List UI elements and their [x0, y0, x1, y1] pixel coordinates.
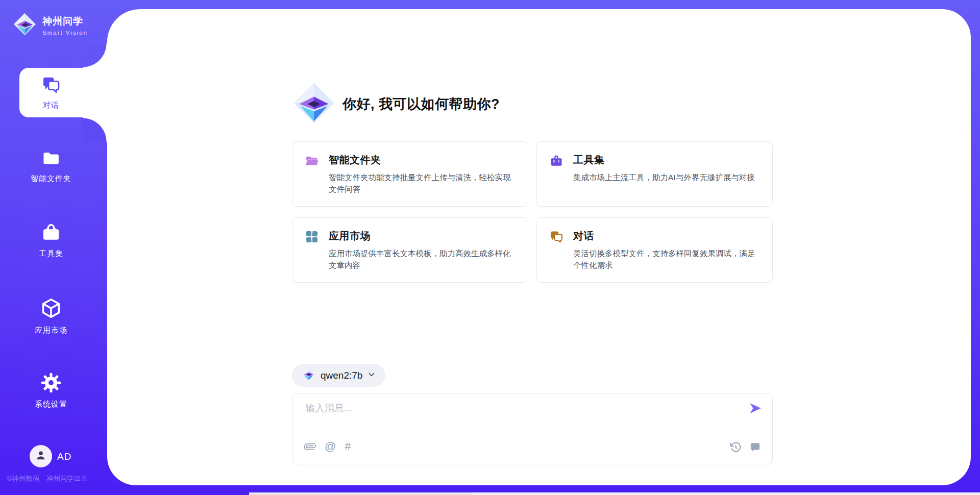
app-subtitle: Smart Vision [42, 30, 88, 36]
person-icon [34, 449, 47, 464]
sidebar-item-label: 应用市场 [35, 326, 67, 335]
chat-bubbles-icon [41, 75, 61, 96]
folder-icon [41, 148, 61, 170]
folder-open-icon [305, 153, 319, 195]
send-icon[interactable] [748, 401, 762, 415]
cube-icon [40, 297, 62, 321]
grid-icon [305, 229, 319, 271]
sidebar-footer: ©神州数码 · 神州问学出品 [7, 474, 104, 483]
sidebar-item-label: 智能文件夹 [31, 174, 71, 184]
message-composer[interactable]: 输入消息... @ # [292, 393, 773, 465]
card-smart-folder[interactable]: 智能文件夹 智能文件夹功能支持批量文件上传与清洗，轻松实现文件问答 [292, 141, 528, 207]
horizontal-scrollbar-thumb[interactable] [249, 492, 472, 495]
hash-icon[interactable]: # [345, 440, 351, 453]
model-selector[interactable]: qwen2:7b [292, 364, 385, 387]
chat-bubbles-icon [549, 229, 564, 271]
card-toolset[interactable]: 工具集 集成市场上主流工具，助力AI与外界无缝扩展与对接 [536, 141, 773, 207]
user-avatar[interactable] [30, 445, 52, 467]
sidebar-item-smart-folder[interactable]: 智能文件夹 [0, 148, 102, 184]
card-title: 智能文件夹 [329, 153, 516, 167]
card-app-market[interactable]: 应用市场 应用市场提供丰富长文本模板，助力高效生成多样化文章内容 [292, 217, 528, 283]
app-title: 神州问学 [42, 15, 88, 28]
sidebar-item-toolset[interactable]: 工具集 [0, 222, 102, 259]
card-title: 应用市场 [329, 229, 516, 243]
sidebar-item-app-market[interactable]: 应用市场 [0, 297, 102, 335]
sidebar-item-label: 系统设置 [35, 400, 67, 409]
model-name: qwen2:7b [321, 370, 362, 381]
brand: 神州问学 Smart Vision [13, 12, 88, 38]
at-sign-icon[interactable]: @ [325, 440, 336, 453]
feature-cards: 智能文件夹 智能文件夹功能支持批量文件上传与清洗，轻松实现文件问答 工具集 集成… [292, 141, 773, 283]
briefcase-icon [41, 222, 61, 245]
card-description: 应用市场提供丰富长文本模板，助力高效生成多样化文章内容 [329, 247, 516, 271]
horizontal-scrollbar-track[interactable] [472, 492, 980, 495]
paperclip-icon[interactable] [302, 438, 318, 455]
message-input[interactable]: 输入消息... [305, 402, 352, 415]
sidebar: 神州问学 Smart Vision 对话 智能文件夹 [0, 0, 107, 495]
sidebar-item-label: 工具集 [39, 249, 63, 259]
sidebar-item-settings[interactable]: 系统设置 [0, 372, 102, 409]
sidebar-item-chat[interactable]: 对话 [0, 75, 102, 110]
composer-divider [303, 433, 762, 433]
card-description: 智能文件夹功能支持批量文件上传与清洗，轻松实现文件问答 [329, 171, 516, 195]
greeting-diamond-logo-icon [292, 81, 336, 127]
card-chat[interactable]: 对话 灵活切换多模型文件，支持多样回复效果调试，满足个性化需求 [536, 217, 773, 283]
greeting: 你好, 我可以如何帮助你? [292, 82, 500, 126]
brand-diamond-logo-icon [13, 12, 37, 38]
history-icon[interactable] [730, 441, 742, 455]
greeting-text: 你好, 我可以如何帮助你? [342, 95, 500, 113]
card-description: 灵活切换多模型文件，支持多样回复效果调试，满足个性化需求 [573, 247, 760, 271]
sidebar-item-label: 对话 [43, 101, 59, 110]
briefcase-icon [549, 153, 564, 195]
chevron-down-icon [368, 370, 376, 381]
user-name[interactable]: AD [57, 451, 71, 462]
card-title: 对话 [573, 229, 760, 243]
card-description: 集成市场上主流工具，助力AI与外界无缝扩展与对接 [573, 171, 755, 183]
model-diamond-logo-icon [302, 367, 315, 383]
gear-icon [40, 372, 62, 395]
card-title: 工具集 [573, 153, 755, 167]
comment-icon[interactable] [749, 441, 761, 455]
